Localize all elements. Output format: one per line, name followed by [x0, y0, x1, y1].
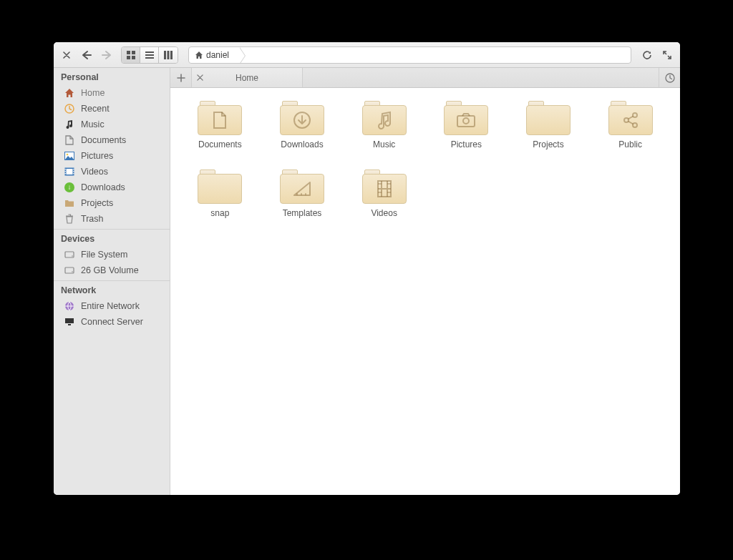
folder-icon: [280, 101, 324, 135]
sidebar-item-connect-server[interactable]: Connect Server: [54, 314, 170, 330]
svg-point-32: [624, 118, 628, 122]
sidebar-item-trash[interactable]: Trash: [54, 211, 170, 227]
sidebar-item-pictures[interactable]: Pictures: [54, 148, 170, 164]
svg-point-12: [67, 154, 69, 156]
folder-label: Music: [373, 139, 395, 149]
forward-arrow-icon: [101, 50, 112, 60]
svg-rect-5: [145, 54, 154, 56]
server-icon: [64, 316, 75, 328]
sidebar-item-label: Trash: [81, 214, 104, 224]
svg-rect-21: [65, 252, 74, 257]
ruler-icon: [292, 180, 312, 197]
svg-rect-2: [127, 56, 130, 59]
folder-icon: [444, 101, 488, 135]
back-button[interactable]: [78, 46, 95, 64]
folder-label: snap: [210, 208, 229, 218]
plus-icon: [177, 74, 185, 82]
columns-icon: [164, 51, 173, 59]
svg-rect-8: [168, 51, 170, 59]
globe-icon: [64, 300, 75, 312]
folder-label: Projects: [533, 139, 563, 149]
svg-point-31: [463, 118, 469, 124]
folder-icon: [198, 101, 242, 135]
column-view-button[interactable]: [159, 47, 178, 63]
svg-rect-9: [170, 51, 173, 59]
sidebar-item-downloads[interactable]: ↓ Downloads: [54, 180, 170, 195]
folder-item[interactable]: Public: [592, 101, 669, 149]
folder-icon: [608, 101, 653, 135]
path-bar[interactable]: daniel: [188, 46, 631, 64]
tab-home[interactable]: Home: [192, 68, 303, 87]
folder-item[interactable]: snap: [182, 170, 258, 218]
svg-rect-18: [73, 169, 74, 170]
svg-rect-19: [73, 171, 74, 172]
tab-close-button[interactable]: [192, 74, 208, 81]
folder-icon: [198, 170, 242, 204]
close-icon: [197, 74, 203, 81]
tab-bar: Home: [170, 68, 680, 88]
folder-item[interactable]: Music: [346, 101, 422, 149]
folder-icon: [526, 101, 571, 135]
reload-icon: [642, 50, 652, 60]
svg-rect-3: [132, 56, 135, 59]
folder-grid[interactable]: DocumentsDownloadsMusicPicturesProjectsP…: [170, 88, 680, 231]
svg-point-24: [72, 271, 73, 272]
svg-rect-23: [65, 267, 74, 273]
sidebar-item-filesystem[interactable]: File System: [54, 247, 170, 262]
history-button[interactable]: [659, 68, 680, 87]
home-icon: [64, 87, 75, 99]
body-area: Personal Home Recent Music Documents Pic…: [54, 68, 680, 495]
maximize-button[interactable]: [659, 46, 676, 64]
svg-rect-15: [65, 169, 66, 170]
sidebar-item-music[interactable]: Music: [54, 117, 170, 132]
sidebar-item-label: File System: [81, 250, 127, 260]
svg-rect-27: [68, 324, 71, 325]
share-icon: [621, 111, 640, 129]
folder-item[interactable]: Downloads: [264, 101, 341, 149]
sidebar-item-label: Documents: [81, 135, 126, 145]
folder-item[interactable]: Documents: [182, 101, 258, 149]
sidebar-item-label: Downloads: [81, 182, 125, 192]
svg-rect-14: [67, 169, 73, 175]
music-note-icon: [64, 119, 75, 130]
sidebar-heading-network: Network: [54, 281, 170, 298]
breadcrumb-home[interactable]: daniel: [189, 47, 239, 63]
folder-label: Public: [618, 139, 642, 149]
folder-item[interactable]: Videos: [346, 170, 422, 218]
svg-rect-1: [132, 51, 135, 54]
list-icon: [145, 51, 154, 59]
sidebar-item-home[interactable]: Home: [54, 85, 170, 101]
camera-icon: [456, 112, 476, 128]
folder-item[interactable]: Projects: [510, 101, 587, 149]
breadcrumb-label: daniel: [206, 50, 229, 60]
icon-view-button[interactable]: [122, 47, 140, 63]
svg-point-34: [633, 123, 637, 127]
music-icon: [376, 111, 393, 129]
svg-rect-26: [65, 318, 74, 323]
expand-icon: [663, 51, 671, 59]
sidebar-item-volume[interactable]: 26 GB Volume: [54, 262, 170, 278]
folder-label: Downloads: [281, 139, 323, 149]
close-button[interactable]: [58, 46, 75, 64]
sidebar-heading-personal: Personal: [54, 68, 170, 85]
back-arrow-icon: [81, 50, 92, 60]
list-view-button[interactable]: [140, 47, 159, 63]
toolbar: daniel: [54, 42, 680, 68]
folder-item[interactable]: Pictures: [428, 101, 505, 149]
new-tab-button[interactable]: [170, 68, 192, 87]
close-icon: [63, 51, 70, 59]
sidebar-heading-devices: Devices: [54, 230, 170, 247]
history-icon: [665, 73, 675, 83]
sidebar-item-videos[interactable]: Videos: [54, 164, 170, 180]
download-icon: ↓: [64, 182, 75, 193]
sidebar-item-documents[interactable]: Documents: [54, 132, 170, 148]
reload-button[interactable]: [639, 46, 656, 64]
svg-rect-0: [127, 51, 130, 54]
sidebar-item-recent[interactable]: Recent: [54, 101, 170, 117]
folder-item[interactable]: Templates: [264, 170, 341, 218]
forward-button[interactable]: [98, 46, 115, 64]
svg-rect-16: [65, 171, 66, 172]
sidebar-item-projects[interactable]: Projects: [54, 195, 170, 211]
doc-icon: [212, 111, 228, 129]
sidebar-item-network[interactable]: Entire Network: [54, 298, 170, 314]
